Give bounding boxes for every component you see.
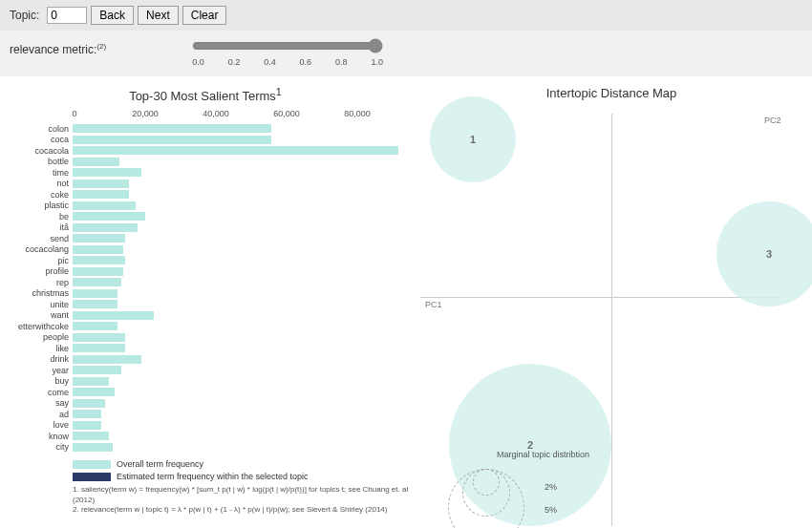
x-tick: 0 xyxy=(72,109,76,118)
bar-row[interactable]: christmas xyxy=(0,288,411,299)
bar-row[interactable]: buy xyxy=(0,376,411,387)
bar-row[interactable]: like xyxy=(0,343,411,353)
bar-row[interactable]: city xyxy=(0,442,411,453)
bar-row[interactable]: ad xyxy=(0,409,411,419)
pc1-label: PC1 xyxy=(425,300,442,309)
bar-label: send xyxy=(0,234,73,243)
pc2-label: PC2 xyxy=(764,116,781,125)
bar-label: drink xyxy=(0,354,73,364)
topic-input[interactable] xyxy=(47,7,87,24)
relevance-bar: relevance metric:(2) 0.0 0.2 0.4 0.6 0.8… xyxy=(0,31,812,76)
bar-row[interactable]: etterwithcoke xyxy=(0,321,411,331)
marginal-label: Marginal topic distribtion xyxy=(497,450,589,459)
bar-label: time xyxy=(0,168,73,178)
bar-label: plastic xyxy=(0,201,73,210)
bar-label: profile xyxy=(0,266,73,276)
bar-row[interactable]: profile xyxy=(0,266,411,277)
bar-label: like xyxy=(0,344,73,353)
bar-label: cocacolang xyxy=(0,244,73,254)
axis-pc2 xyxy=(611,114,612,526)
bar-row[interactable]: coke xyxy=(0,189,411,200)
bar-label: year xyxy=(0,366,73,375)
legend-selected: Estimated term frequency within the sele… xyxy=(73,472,411,481)
bar-label: want xyxy=(0,310,73,320)
bar xyxy=(73,432,109,440)
bar-row[interactable]: unite xyxy=(0,299,411,309)
bar-row[interactable]: come xyxy=(0,387,411,397)
bar-row[interactable]: drink xyxy=(0,354,411,365)
bar-row[interactable]: bottle xyxy=(0,157,411,167)
bar-label: christmas xyxy=(0,288,73,298)
bar-row[interactable]: love xyxy=(0,420,411,431)
bar-label: say xyxy=(0,398,73,408)
scale-label-2pct: 2% xyxy=(545,482,557,492)
topic-circle-3[interactable]: 3 xyxy=(716,201,812,306)
bar xyxy=(73,136,271,144)
bar-row[interactable]: time xyxy=(0,167,411,178)
bar xyxy=(73,443,113,452)
bar-label: itâ xyxy=(0,222,73,232)
bar-row[interactable]: pic xyxy=(0,255,411,265)
bar xyxy=(73,180,129,188)
intertopic-map: PC2 PC1 1 2 3 Marginal topic distribtion… xyxy=(420,106,802,528)
bar xyxy=(73,234,125,243)
bar-list: coloncocacocacolabottletimenotcokeplasti… xyxy=(0,123,411,452)
bar-label: ad xyxy=(0,410,73,419)
axis-pc1 xyxy=(420,297,783,298)
slider-ticks: 0.0 0.2 0.4 0.6 0.8 1.0 xyxy=(192,57,383,67)
bar-label: be xyxy=(0,212,73,222)
bar-row[interactable]: itâ xyxy=(0,222,411,233)
bar xyxy=(73,223,138,232)
top-toolbar: Topic: Back Next Clear xyxy=(0,0,812,31)
bar-label: city xyxy=(0,442,73,452)
bar-legend: Overall term frequency Estimated term fr… xyxy=(73,459,411,481)
bar-row[interactable]: not xyxy=(0,179,411,189)
bar-row[interactable]: people xyxy=(0,332,411,343)
topic-circle-1[interactable]: 1 xyxy=(430,96,516,182)
bar xyxy=(73,322,118,330)
bar xyxy=(73,158,119,166)
bar xyxy=(73,278,121,286)
bar xyxy=(73,333,125,342)
bar xyxy=(73,410,101,418)
bar-row[interactable]: know xyxy=(0,431,411,441)
next-button[interactable]: Next xyxy=(138,6,179,25)
back-button[interactable]: Back xyxy=(91,6,134,25)
bar-label: rep xyxy=(0,278,73,287)
bar xyxy=(73,212,145,221)
bar-row[interactable]: send xyxy=(0,233,411,243)
bar xyxy=(73,377,109,386)
bar-label: people xyxy=(0,332,73,342)
bar-label: know xyxy=(0,432,73,441)
clear-button[interactable]: Clear xyxy=(182,6,227,25)
bar xyxy=(73,190,129,199)
x-tick: 60,000 xyxy=(273,109,300,118)
bar-label: love xyxy=(0,420,73,430)
bar-row[interactable]: want xyxy=(0,310,411,321)
footnotes: 1. saliency(term w) = frequency(w) * [su… xyxy=(73,485,411,515)
swatch-selected xyxy=(73,473,111,481)
topic-label: Topic: xyxy=(10,9,39,22)
relevance-label: relevance metric:(2) xyxy=(10,42,106,56)
bar-label: cocacola xyxy=(0,146,73,156)
bar-row[interactable]: be xyxy=(0,211,411,222)
bar xyxy=(73,399,105,408)
relevance-slider-wrap: 0.0 0.2 0.4 0.6 0.8 1.0 xyxy=(192,38,383,67)
bar xyxy=(73,311,154,320)
bar-row[interactable]: plastic xyxy=(0,201,411,211)
bar xyxy=(73,146,398,155)
bar xyxy=(73,344,125,352)
swatch-overall xyxy=(73,460,111,469)
bar-row[interactable]: say xyxy=(0,398,411,409)
relevance-slider[interactable] xyxy=(192,38,383,53)
map-panel: Intertopic Distance Map PC2 PC1 1 2 3 Ma… xyxy=(420,86,802,528)
bar-row[interactable]: colon xyxy=(0,123,411,134)
bar xyxy=(73,267,123,276)
bar-row[interactable]: cocacolang xyxy=(0,244,411,255)
bar-label: buy xyxy=(0,376,73,386)
bar-row[interactable]: cocacola xyxy=(0,145,411,156)
bar-row[interactable]: rep xyxy=(0,277,411,287)
bar-row[interactable]: coca xyxy=(0,135,411,145)
bar-row[interactable]: year xyxy=(0,365,411,375)
bar xyxy=(73,256,125,264)
